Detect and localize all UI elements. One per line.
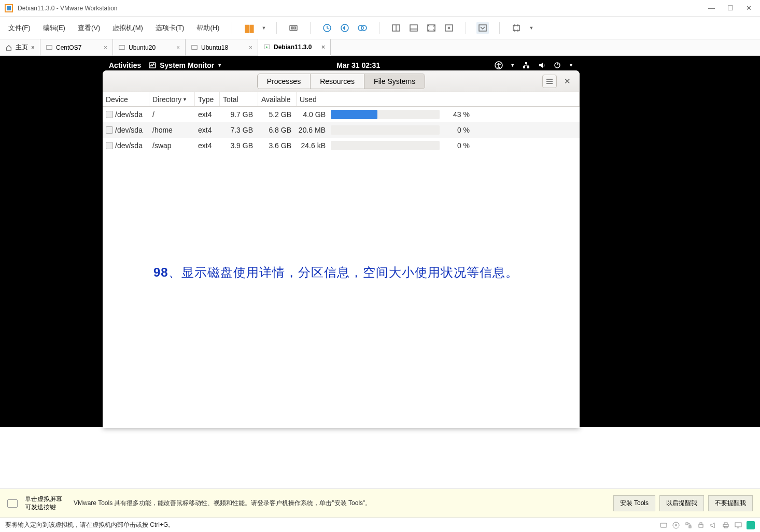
- snapshot-revert-icon[interactable]: [339, 22, 351, 34]
- close-button[interactable]: ✕: [746, 4, 752, 12]
- tab-centos7[interactable]: CentOS7 ×: [40, 39, 113, 55]
- pause-icon[interactable]: ▮▮: [243, 22, 255, 34]
- table-row[interactable]: /dev/sda/homeext47.3 GB6.8 GB20.6 MB0 %: [103, 122, 580, 138]
- tab-debian11[interactable]: Debian11.3.0 ×: [258, 39, 331, 56]
- tab-label: Debian11.3.0: [274, 44, 312, 51]
- filesystem-table: Device Directory▼ Type Total Available U…: [103, 92, 580, 428]
- tab-label: Ubuntu20: [129, 44, 156, 51]
- menu-tabs[interactable]: 选项卡(T): [153, 21, 187, 35]
- device-cell: /dev/sda: [115, 110, 143, 119]
- menu-edit[interactable]: 编辑(E): [41, 21, 67, 35]
- tab-ubuntu18[interactable]: Ubuntu18 ×: [186, 39, 258, 55]
- svg-point-23: [498, 63, 500, 65]
- chevron-down-icon[interactable]: ▼: [261, 25, 266, 31]
- maximize-button[interactable]: ☐: [727, 4, 734, 12]
- directory-cell: /home: [149, 126, 195, 134]
- volume-icon[interactable]: [538, 61, 546, 69]
- snapshot-manager-icon[interactable]: [356, 22, 369, 34]
- usage-bar: [329, 125, 442, 135]
- col-type[interactable]: Type: [195, 92, 220, 106]
- chevron-down-icon: ▼: [569, 63, 573, 68]
- vm-icon: [118, 44, 125, 51]
- col-total[interactable]: Total: [220, 92, 258, 106]
- stretch-guest-icon[interactable]: [476, 22, 489, 34]
- network-adapter-icon[interactable]: [684, 521, 693, 529]
- dont-remind-button[interactable]: 不要提醒我: [708, 495, 753, 511]
- available-cell: 3.6 GB: [256, 141, 294, 150]
- table-row[interactable]: /dev/sda/ext49.7 GB5.2 GB4.0 GB43 %: [103, 107, 580, 122]
- install-tools-button[interactable]: 安装 Tools: [613, 495, 655, 511]
- view-console-icon[interactable]: [407, 22, 420, 34]
- window-header[interactable]: Processes Resources File Systems ✕: [103, 70, 580, 92]
- annotation-number: 98: [153, 265, 168, 279]
- svg-rect-26: [527, 66, 529, 68]
- svg-rect-11: [410, 25, 417, 31]
- menu-view[interactable]: 查看(V): [76, 21, 102, 35]
- menu-help[interactable]: 帮助(H): [194, 21, 221, 35]
- network-icon[interactable]: [522, 61, 530, 69]
- snapshot-icon[interactable]: [321, 22, 333, 34]
- tab-filesystems[interactable]: File Systems: [364, 74, 425, 89]
- tab-processes[interactable]: Processes: [258, 74, 311, 89]
- used-cell: 24.6 kB: [294, 141, 329, 150]
- unity-icon[interactable]: [443, 22, 455, 34]
- window-title: Debian11.3.0 - VMware Workstation: [18, 5, 708, 12]
- send-ctrl-alt-del-icon[interactable]: [287, 22, 300, 34]
- menu-vm[interactable]: 虚拟机(M): [110, 21, 145, 35]
- display-icon[interactable]: [734, 521, 742, 529]
- separator: [379, 22, 379, 34]
- view-single-icon[interactable]: [390, 22, 402, 34]
- usage-bar: [329, 141, 442, 150]
- disk-icon[interactable]: [659, 521, 668, 529]
- tab-close-icon[interactable]: ×: [321, 44, 325, 51]
- tab-close-icon[interactable]: ×: [176, 44, 180, 51]
- table-row[interactable]: /dev/sda/swapext43.9 GB3.6 GB24.6 kB0 %: [103, 138, 580, 153]
- appmenu-button[interactable]: System Monitor ▼: [148, 61, 222, 69]
- chevron-down-icon[interactable]: ▼: [529, 25, 533, 31]
- usb-icon[interactable]: [697, 521, 705, 529]
- col-used[interactable]: Used: [297, 92, 580, 106]
- percent-cell: 0 %: [442, 126, 473, 134]
- window-close-button[interactable]: ✕: [560, 75, 574, 88]
- home-tab[interactable]: 主页 ×: [0, 39, 40, 55]
- separator: [466, 22, 466, 34]
- col-available[interactable]: Available: [258, 92, 297, 106]
- svg-rect-37: [699, 524, 703, 527]
- message-log-icon[interactable]: [747, 521, 755, 529]
- total-cell: 3.9 GB: [220, 141, 256, 150]
- clock[interactable]: Mar 31 02:31: [229, 61, 487, 69]
- vm-viewport[interactable]: Activities System Monitor ▼ Mar 31 02:31…: [0, 56, 760, 427]
- appmenu-label: System Monitor: [160, 61, 214, 69]
- hamburger-menu-button[interactable]: [542, 75, 557, 88]
- separator: [276, 22, 277, 34]
- svg-rect-42: [735, 523, 741, 527]
- chevron-down-icon: ▼: [510, 63, 515, 68]
- fit-window-icon[interactable]: [510, 22, 523, 34]
- tab-close-icon[interactable]: ×: [249, 44, 252, 51]
- tab-resources[interactable]: Resources: [311, 74, 364, 89]
- accessibility-icon[interactable]: [495, 61, 503, 69]
- remind-later-button[interactable]: 以后提醒我: [659, 495, 704, 511]
- col-directory[interactable]: Directory▼: [149, 92, 195, 106]
- col-device[interactable]: Device: [103, 92, 149, 106]
- cd-icon[interactable]: [672, 521, 680, 529]
- tab-close-icon[interactable]: ×: [31, 44, 35, 51]
- vm-running-icon: [263, 44, 271, 51]
- tab-close-icon[interactable]: ×: [104, 44, 107, 51]
- separator: [499, 22, 500, 34]
- disk-icon: [106, 142, 113, 149]
- minimize-button[interactable]: —: [708, 4, 715, 12]
- menu-file[interactable]: 文件(F): [6, 21, 33, 35]
- printer-icon[interactable]: [722, 521, 730, 529]
- hamburger-icon: [546, 78, 553, 84]
- titlebar: Debian11.3.0 - VMware Workstation — ☐ ✕: [0, 0, 760, 17]
- svg-point-34: [675, 524, 677, 526]
- svg-point-33: [673, 522, 679, 528]
- power-icon[interactable]: [553, 61, 561, 69]
- fullscreen-icon[interactable]: [425, 22, 438, 34]
- sound-icon[interactable]: [709, 521, 717, 529]
- activities-button[interactable]: Activities: [109, 61, 141, 69]
- svg-point-8: [361, 25, 367, 31]
- svg-rect-4: [294, 27, 295, 29]
- tab-ubuntu20[interactable]: Ubuntu20 ×: [113, 39, 186, 55]
